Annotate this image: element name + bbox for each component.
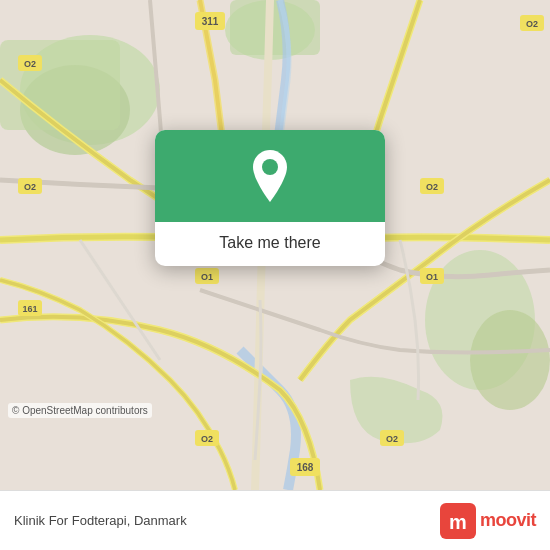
moovit-icon: m (440, 503, 476, 539)
popup-header (155, 130, 385, 222)
take-me-there-button[interactable]: Take me there (155, 222, 385, 266)
svg-text:O2: O2 (426, 182, 438, 192)
take-me-there-label: Take me there (219, 234, 320, 252)
svg-text:O2: O2 (526, 19, 538, 29)
svg-point-7 (470, 310, 550, 410)
svg-text:O2: O2 (201, 434, 213, 444)
map-attribution: © OpenStreetMap contributors (8, 403, 152, 418)
moovit-text: moovit (480, 510, 536, 531)
svg-text:311: 311 (202, 16, 219, 27)
svg-text:O1: O1 (201, 272, 213, 282)
map-area: 311 O2 O2 O2 O2 161 O1 O1 168 O2 O2 Oden… (0, 0, 550, 490)
svg-point-31 (262, 159, 278, 175)
svg-text:O2: O2 (24, 59, 36, 69)
place-name-label: Klinik For Fodterapi, Danmark (14, 513, 187, 528)
svg-text:O1: O1 (426, 272, 438, 282)
svg-rect-5 (230, 0, 320, 55)
svg-text:O2: O2 (24, 182, 36, 192)
location-pin-icon (244, 152, 296, 204)
svg-rect-3 (0, 40, 120, 130)
svg-text:161: 161 (22, 304, 37, 314)
moovit-logo: m moovit (440, 503, 536, 539)
footer-bar: Klinik For Fodterapi, Danmark m moovit (0, 490, 550, 550)
svg-text:m: m (449, 511, 467, 533)
location-popup: Take me there (155, 130, 385, 266)
svg-text:O2: O2 (386, 434, 398, 444)
svg-text:168: 168 (297, 462, 314, 473)
